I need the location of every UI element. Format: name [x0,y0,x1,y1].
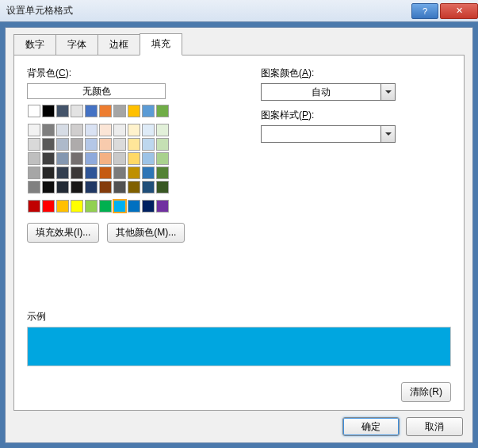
color-swatch[interactable] [85,138,98,151]
pattern-color-label-post: ): [308,67,314,78]
color-swatch[interactable] [128,181,140,193]
color-swatch[interactable] [71,105,83,117]
color-swatch[interactable] [156,152,169,165]
color-swatch[interactable] [156,105,169,117]
color-swatch[interactable] [85,200,98,213]
pattern-color-label-pre: 图案颜色( [261,67,302,78]
example-block: 示例 [27,310,451,366]
bgcolor-key: C [59,67,66,78]
fill-effects-button[interactable]: 填充效果(I)... [27,223,99,243]
color-swatch[interactable] [42,167,55,179]
pattern-column: 图案颜色(A): 自动 图案样式(P): [253,67,451,243]
color-swatch[interactable] [156,124,169,136]
color-swatch[interactable] [113,124,126,136]
color-swatch[interactable] [156,181,169,193]
color-swatch[interactable] [42,105,55,117]
tab-font[interactable]: 字体 [55,34,98,56]
color-swatch[interactable] [113,200,126,213]
pattern-color-value: 自动 [262,86,380,99]
color-swatch[interactable] [113,181,126,193]
cancel-button[interactable]: 取消 [406,417,463,436]
color-swatch[interactable] [113,138,126,151]
close-button[interactable]: ✕ [440,3,478,19]
no-color-button[interactable]: 无颜色 [27,83,166,99]
color-swatch[interactable] [128,105,140,117]
color-swatch[interactable] [71,152,83,165]
color-swatch[interactable] [113,167,126,179]
window-title: 设置单元格格式 [6,4,410,17]
standard-colors [27,199,170,213]
color-swatch[interactable] [56,181,69,193]
color-swatch[interactable] [128,138,140,151]
color-swatch[interactable] [156,200,169,213]
color-swatch[interactable] [142,124,155,136]
color-swatch[interactable] [85,181,98,193]
color-swatch[interactable] [142,138,155,151]
pattern-color-combo[interactable]: 自动 [261,83,396,101]
color-swatch[interactable] [42,124,55,136]
color-swatch[interactable] [142,167,155,179]
tab-border[interactable]: 边框 [98,34,140,56]
color-swatch[interactable] [42,152,55,165]
tab-number[interactable]: 数字 [13,34,56,56]
tab-fill[interactable]: 填充 [140,33,182,56]
color-swatch[interactable] [42,200,55,213]
color-swatch[interactable] [113,105,126,117]
color-swatch[interactable] [56,124,69,136]
color-swatch[interactable] [28,138,40,151]
color-swatch[interactable] [128,124,140,136]
color-swatch[interactable] [85,124,98,136]
color-swatch[interactable] [71,124,83,136]
color-swatch[interactable] [28,124,40,136]
client-area: 数字 字体 边框 填充 背景色(C): 无颜色 填充效果(I).. [5,27,473,443]
color-swatch[interactable] [28,105,40,117]
color-swatch[interactable] [85,105,98,117]
bgcolor-column: 背景色(C): 无颜色 填充效果(I)... 其他颜色(M)... [27,67,253,243]
chevron-down-icon [380,84,395,100]
color-swatch[interactable] [128,200,140,213]
color-swatch[interactable] [99,181,112,193]
more-colors-button[interactable]: 其他颜色(M)... [107,223,185,243]
color-swatch[interactable] [85,167,98,179]
chevron-down-icon [380,126,395,142]
color-swatch[interactable] [156,138,169,151]
color-swatch[interactable] [56,200,69,213]
color-swatch[interactable] [99,152,112,165]
color-swatch[interactable] [85,152,98,165]
color-swatch[interactable] [28,167,40,179]
color-swatch[interactable] [56,105,69,117]
color-swatch[interactable] [71,181,83,193]
color-swatch[interactable] [28,152,40,165]
color-swatch[interactable] [56,167,69,179]
titlebar-buttons: ? ✕ [410,3,478,19]
color-swatch[interactable] [99,138,112,151]
color-swatch[interactable] [99,167,112,179]
clear-button[interactable]: 清除(R) [401,382,451,402]
color-swatch[interactable] [142,152,155,165]
color-swatch[interactable] [128,152,140,165]
color-swatch[interactable] [142,200,155,213]
pattern-style-key: P [302,109,308,121]
color-swatch[interactable] [99,124,112,136]
color-swatch[interactable] [42,138,55,151]
color-swatch[interactable] [42,181,55,193]
color-swatch[interactable] [128,167,140,179]
color-swatch[interactable] [142,181,155,193]
help-button[interactable]: ? [411,3,438,19]
tabs: 数字 字体 边框 填充 [6,33,472,55]
color-swatch[interactable] [28,181,40,193]
color-swatch[interactable] [71,167,83,179]
color-swatch[interactable] [99,200,112,213]
color-swatch[interactable] [71,138,83,151]
color-swatch[interactable] [56,138,69,151]
color-swatch[interactable] [99,105,112,117]
color-swatch[interactable] [56,152,69,165]
ok-button[interactable]: 确定 [342,417,400,436]
button-bar: 确定 取消 [6,411,472,442]
color-swatch[interactable] [71,200,83,213]
color-swatch[interactable] [156,167,169,179]
color-swatch[interactable] [142,105,155,117]
color-swatch[interactable] [28,200,40,213]
pattern-style-combo[interactable] [261,125,396,143]
color-swatch[interactable] [113,152,126,165]
